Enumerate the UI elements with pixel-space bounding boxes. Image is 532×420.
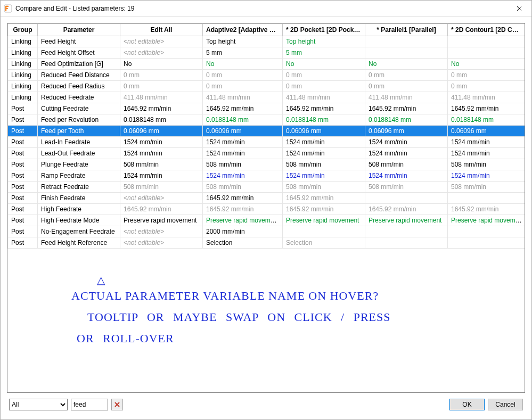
cell-value[interactable]: No [365, 59, 448, 70]
cell-value[interactable]: 411.48 mm/min [120, 92, 203, 103]
column-header[interactable]: * 2D Contour1 [2D Contour] [448, 24, 526, 36]
cell-value[interactable]: 508 mm/min [203, 182, 283, 193]
cell-value[interactable]: 0 mm [365, 81, 448, 92]
cell-value[interactable]: 508 mm/min [120, 159, 203, 170]
cell-value[interactable]: 0 mm [120, 81, 203, 92]
cell-value[interactable]: 1524 mm/min [365, 148, 448, 159]
cell-value[interactable]: 1524 mm/min [120, 137, 203, 148]
cell-value[interactable]: 1524 mm/min [448, 148, 526, 159]
ok-button[interactable]: OK [449, 399, 485, 410]
column-header[interactable]: Adaptive2 [Adaptive Clearing] [203, 24, 283, 36]
cell-value[interactable]: 1524 mm/min [365, 170, 448, 182]
cell-value[interactable] [283, 226, 365, 237]
cell-value[interactable]: 508 mm/min [283, 159, 365, 170]
cell-value[interactable]: Preserve rapid movement [120, 215, 203, 226]
cancel-button[interactable]: Cancel [488, 399, 523, 410]
cell-value[interactable]: 1524 mm/min [365, 137, 448, 148]
cell-value[interactable]: Preserve rapid movement [283, 215, 365, 226]
cell-value[interactable] [365, 237, 448, 249]
cell-value[interactable]: <not editable> [120, 237, 203, 249]
cell-value[interactable]: 411.48 mm/min [203, 92, 283, 103]
table-row[interactable]: PostFinish Feedrate<not editable>1645.92… [8, 193, 526, 204]
cell-value[interactable]: 508 mm/min [448, 159, 526, 170]
cell-value[interactable]: 1524 mm/min [448, 137, 526, 148]
cell-value[interactable]: 1524 mm/min [448, 170, 526, 182]
cell-value[interactable] [448, 36, 526, 47]
cell-value[interactable]: 0 mm [448, 81, 526, 92]
cell-value[interactable]: 1645.92 mm/min [448, 204, 526, 215]
cell-value[interactable]: Selection [283, 237, 365, 249]
cell-value[interactable]: 1645.92 mm/min [203, 204, 283, 215]
cell-value[interactable]: <not editable> [120, 226, 203, 237]
cell-value[interactable]: 1524 mm/min [120, 170, 203, 182]
cell-value[interactable]: Preserve rapid movement [365, 215, 448, 226]
table-row[interactable]: PostLead-In Feedrate1524 mm/min1524 mm/m… [8, 137, 526, 148]
cell-value[interactable]: 0.06096 mm [448, 126, 526, 137]
cell-value[interactable]: 0.0188148 mm [448, 114, 526, 126]
cell-value[interactable]: 1524 mm/min [283, 148, 365, 159]
table-row[interactable]: LinkingFeed Optimization [G]NoNoNoNoNo [8, 59, 526, 70]
cell-value[interactable]: 1524 mm/min [283, 137, 365, 148]
cell-value[interactable]: 0 mm [365, 70, 448, 81]
table-row[interactable]: LinkingFeed Height Offset<not editable>5… [8, 47, 526, 59]
cell-value[interactable] [448, 237, 526, 249]
cell-value[interactable]: <not editable> [120, 36, 203, 47]
cell-value[interactable]: 1524 mm/min [120, 148, 203, 159]
cell-value[interactable]: No [203, 59, 283, 70]
clear-search-button[interactable] [111, 399, 123, 410]
cell-value[interactable]: <not editable> [120, 47, 203, 59]
cell-value[interactable]: No [283, 59, 365, 70]
cell-value[interactable]: 0.06096 mm [120, 126, 203, 137]
cell-value[interactable]: 0.06096 mm [365, 126, 448, 137]
cell-value[interactable] [365, 193, 448, 204]
table-row[interactable]: PostNo-Engagement Feedrate<not editable>… [8, 226, 526, 237]
cell-value[interactable]: Preserve rapid movement [448, 215, 526, 226]
table-row[interactable]: PostCutting Feedrate1645.92 mm/min1645.9… [8, 103, 526, 114]
cell-value[interactable]: 1645.92 mm/min [448, 103, 526, 114]
cell-value[interactable]: 0.0188148 mm [283, 114, 365, 126]
cell-value[interactable]: 0.06096 mm [283, 126, 365, 137]
cell-value[interactable]: 0.0188148 mm [365, 114, 448, 126]
table-row[interactable]: PostFeed per Revolution0.0188148 mm0.018… [8, 114, 526, 126]
cell-value[interactable]: Selection [203, 237, 283, 249]
cell-value[interactable]: 1645.92 mm/min [283, 193, 365, 204]
table-row[interactable]: PostRamp Feedrate1524 mm/min1524 mm/min1… [8, 170, 526, 182]
column-header[interactable]: Edit All [120, 24, 203, 36]
cell-value[interactable]: 1645.92 mm/min [365, 204, 448, 215]
column-header[interactable]: Group [8, 24, 38, 36]
cell-value[interactable]: 0 mm [203, 70, 283, 81]
table-row[interactable]: PostHigh Feedrate1645.92 mm/min1645.92 m… [8, 204, 526, 215]
cell-value[interactable]: 1645.92 mm/min [120, 103, 203, 114]
cell-value[interactable] [448, 47, 526, 59]
table-row[interactable]: LinkingReduced Feedrate411.48 mm/min411.… [8, 92, 526, 103]
cell-value[interactable] [365, 36, 448, 47]
cell-value[interactable]: 0 mm [283, 70, 365, 81]
cell-value[interactable]: 1645.92 mm/min [120, 204, 203, 215]
cell-value[interactable]: 508 mm/min [120, 182, 203, 193]
cell-value[interactable]: No [120, 59, 203, 70]
cell-value[interactable]: Top height [283, 36, 365, 47]
cell-value[interactable]: 5 mm [283, 47, 365, 59]
cell-value[interactable]: 1645.92 mm/min [365, 103, 448, 114]
table-row[interactable]: PostFeed Height Reference<not editable>S… [8, 237, 526, 249]
cell-value[interactable]: 411.48 mm/min [448, 92, 526, 103]
cell-value[interactable]: 508 mm/min [365, 182, 448, 193]
cell-value[interactable]: 0.0188148 mm [203, 114, 283, 126]
group-filter-select[interactable]: All [9, 399, 68, 410]
table-row[interactable]: LinkingReduced Feed Distance0 mm0 mm0 mm… [8, 70, 526, 81]
column-header[interactable]: Parameter [38, 24, 120, 36]
cell-value[interactable]: No [448, 59, 526, 70]
close-button[interactable] [507, 1, 531, 17]
cell-value[interactable]: 1645.92 mm/min [203, 103, 283, 114]
cell-value[interactable]: Preserve rapid movement [203, 215, 283, 226]
cell-value[interactable]: 508 mm/min [283, 182, 365, 193]
cell-value[interactable]: Top height [203, 36, 283, 47]
search-input[interactable] [71, 399, 108, 410]
cell-value[interactable]: 1645.92 mm/min [283, 103, 365, 114]
cell-value[interactable]: 0 mm [448, 70, 526, 81]
column-header[interactable]: * 2D Pocket1 [2D Pocket] [283, 24, 365, 36]
cell-value[interactable] [365, 47, 448, 59]
cell-value[interactable]: 411.48 mm/min [365, 92, 448, 103]
cell-value[interactable]: 1524 mm/min [203, 137, 283, 148]
cell-value[interactable]: 0 mm [120, 70, 203, 81]
